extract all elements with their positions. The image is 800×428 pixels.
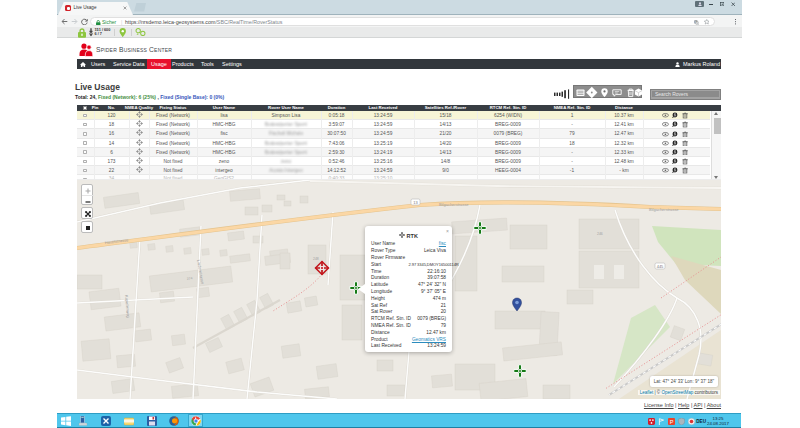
svg-text:445: 445	[657, 264, 664, 269]
svg-text:274: 274	[187, 276, 193, 281]
svg-text:P: P	[670, 419, 674, 425]
svg-text:248: 248	[313, 257, 319, 261]
svg-text:246: 246	[597, 232, 603, 236]
svg-text:13: 13	[413, 200, 418, 205]
svg-text:Bilgacherstrasse: Bilgacherstrasse	[649, 207, 679, 212]
svg-text:Bilgacherstrasse: Bilgacherstrasse	[439, 202, 469, 207]
